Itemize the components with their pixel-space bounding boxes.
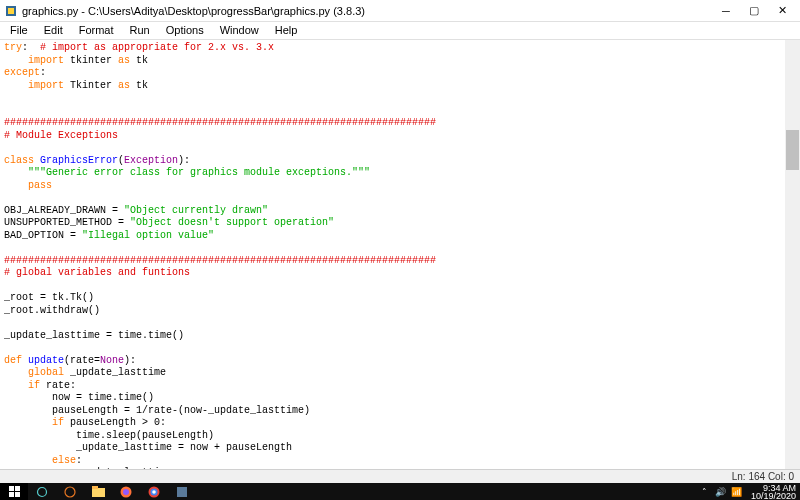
menu-run[interactable]: Run (122, 22, 158, 39)
svg-point-6 (38, 487, 47, 496)
menu-format[interactable]: Format (71, 22, 122, 39)
titlebar: graphics.py - C:\Users\Aditya\Desktop\pr… (0, 0, 800, 22)
idle-task-icon[interactable] (168, 483, 196, 500)
svg-point-11 (123, 489, 129, 495)
svg-rect-8 (92, 488, 105, 497)
svg-point-14 (152, 490, 156, 494)
svg-rect-2 (9, 486, 14, 491)
menu-help[interactable]: Help (267, 22, 306, 39)
vertical-scrollbar[interactable] (785, 40, 800, 469)
menu-window[interactable]: Window (212, 22, 267, 39)
wifi-icon[interactable]: 📶 (730, 485, 744, 499)
window-title: graphics.py - C:\Users\Aditya\Desktop\pr… (22, 5, 712, 17)
svg-rect-3 (15, 486, 20, 491)
maximize-button[interactable]: ▢ (740, 1, 768, 21)
menu-edit[interactable]: Edit (36, 22, 71, 39)
svg-rect-4 (9, 492, 14, 497)
system-tray: ˄ 🔊 📶 9:34 AM 10/19/2020 (697, 484, 796, 500)
chrome-icon[interactable] (140, 483, 168, 500)
menu-options[interactable]: Options (158, 22, 212, 39)
taskbar: ˄ 🔊 📶 9:34 AM 10/19/2020 (0, 483, 800, 500)
close-button[interactable]: ✕ (768, 1, 796, 21)
svg-rect-1 (8, 8, 14, 14)
window-controls: ─ ▢ ✕ (712, 1, 796, 21)
minimize-button[interactable]: ─ (712, 1, 740, 21)
code-editor[interactable]: try: # import as appropriate for 2.x vs.… (0, 40, 800, 469)
tray-chevron-icon[interactable]: ˄ (698, 485, 712, 499)
menu-file[interactable]: File (2, 22, 36, 39)
start-button[interactable] (0, 483, 28, 500)
code-content[interactable]: try: # import as appropriate for 2.x vs.… (0, 40, 800, 469)
anaconda-icon[interactable] (56, 483, 84, 500)
clock[interactable]: 9:34 AM 10/19/2020 (751, 484, 796, 500)
svg-rect-5 (15, 492, 20, 497)
svg-rect-15 (177, 487, 187, 497)
volume-icon[interactable]: 🔊 (714, 485, 728, 499)
cursor-position: Ln: 164 Col: 0 (732, 471, 794, 482)
scroll-thumb[interactable] (786, 130, 799, 170)
python-idle-icon (4, 4, 18, 18)
statusbar: Ln: 164 Col: 0 (0, 469, 800, 483)
svg-point-7 (65, 487, 75, 497)
cortana-icon[interactable] (28, 483, 56, 500)
file-explorer-icon[interactable] (84, 483, 112, 500)
menubar: File Edit Format Run Options Window Help (0, 22, 800, 40)
firefox-icon[interactable] (112, 483, 140, 500)
svg-rect-9 (92, 486, 98, 489)
